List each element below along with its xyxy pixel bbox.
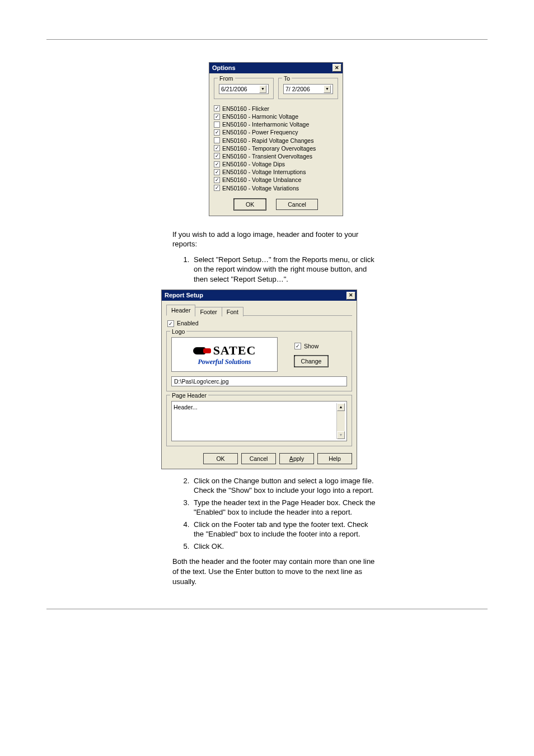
steps-list-1: Select "Report Setup…" from the Reports … [172,255,380,284]
option-row[interactable]: ✓EN50160 - Voltage Interruptions [214,168,338,176]
step-1: Select "Report Setup…" from the Reports … [191,255,380,284]
scroll-up-icon[interactable]: ▲ [337,403,345,411]
content-column: Options ✕ From 6/21/2006 ▼ To 7 [172,62,380,586]
page-header-text: Header... [174,403,336,439]
show-checkbox-row[interactable]: ✓ Show [294,342,328,350]
to-fieldset: To 7/ 2/2006 ▼ [278,78,338,99]
option-label: EN50160 - Flicker [222,105,269,113]
options-check-list: ✓EN50160 - Flicker✓EN50160 - Harmonic Vo… [214,105,338,192]
bottom-rule [46,609,488,626]
checkbox[interactable] [214,122,220,128]
report-setup-dialog: Report Setup ✕ Header Footer Font ✓ Enab… [161,290,357,469]
option-label: EN50160 - Transient Overvoltages [222,152,312,160]
option-row[interactable]: EN50160 - Rapid Voltage Changes [214,137,338,144]
enabled-checkbox-row[interactable]: ✓ Enabled [167,319,351,327]
checkbox[interactable]: ✓ [214,161,220,167]
option-label: EN50160 - Voltage Unbalance [222,176,301,184]
to-date-value: 7/ 2/2006 [285,85,310,93]
from-date-value: 6/21/2006 [221,85,247,93]
option-label: EN50160 - Voltage Dips [222,160,285,168]
options-title: Options [212,64,236,72]
from-fieldset: From 6/21/2006 ▼ [214,78,274,99]
option-label: EN50160 - Voltage Variations [222,184,299,192]
checkbox[interactable]: ✓ [214,153,220,159]
chevron-down-icon[interactable]: ▼ [324,85,331,93]
show-checkbox[interactable]: ✓ [294,343,301,349]
tab-header[interactable]: Header [166,305,195,316]
chevron-down-icon[interactable]: ▼ [259,85,266,93]
tab-footer[interactable]: Footer [195,307,222,316]
to-legend: To [282,74,292,82]
option-row[interactable]: ✓EN50160 - Temporary Overvoltages [214,144,338,152]
show-label: Show [304,342,318,350]
logo-tagline: Powerful Solutions [198,357,251,366]
step-2: Click on the Change button and select a … [191,476,380,496]
option-label: EN50160 - Voltage Interruptions [222,168,306,176]
enabled-label: Enabled [177,319,199,327]
step-4: Click on the Footer tab and type the foo… [191,520,380,539]
logo-group: Logo SATEC Powerful Solutions ✓ [166,331,352,391]
to-date-input[interactable]: 7/ 2/2006 ▼ [283,84,333,94]
option-row[interactable]: ✓EN50160 - Voltage Dips [214,160,338,168]
logo-preview: SATEC Powerful Solutions [171,337,278,372]
option-row[interactable]: ✓EN50160 - Flicker [214,105,338,113]
step-3: Type the header text in the Page Header … [191,498,380,517]
checkbox[interactable] [214,137,220,143]
from-date-input[interactable]: 6/21/2006 ▼ [219,84,269,94]
plug-icon [193,346,211,356]
report-title: Report Setup [165,291,203,300]
logo-legend: Logo [170,328,186,335]
page-header-group: Page Header Header... ▲ ▼ [166,395,352,446]
scrollbar[interactable]: ▲ ▼ [336,403,345,439]
apply-button[interactable]: Apply [279,453,314,464]
tabs: Header Footer Font [166,304,352,316]
option-row[interactable]: ✓EN50160 - Harmonic Voltage [214,113,338,120]
option-row[interactable]: ✓EN50160 - Voltage Variations [214,184,338,192]
outro-paragraph: Both the header and the footer may conta… [172,557,380,586]
enabled-checkbox[interactable]: ✓ [167,320,174,327]
cancel-button[interactable]: Cancel [276,199,318,210]
logo-brand: SATEC [213,342,256,359]
checkbox[interactable]: ✓ [214,177,220,183]
option-label: EN50160 - Rapid Voltage Changes [222,137,313,144]
checkbox[interactable]: ✓ [214,169,220,175]
page-header-legend: Page Header [170,391,208,399]
checkbox[interactable]: ✓ [214,185,220,191]
tab-font[interactable]: Font [222,307,243,316]
options-titlebar: Options ✕ [209,63,343,73]
cancel-button[interactable]: Cancel [241,453,276,464]
ok-button[interactable]: OK [234,199,266,210]
option-label: EN50160 - Power Frequency [222,128,298,136]
option-row[interactable]: ✓EN50160 - Voltage Unbalance [214,176,338,184]
intro-paragraph: If you wish to add a logo image, header … [172,230,380,249]
close-icon[interactable]: ✕ [332,64,341,72]
logo-path-value: D:\Pas\Logo\cerc.jpg [174,377,228,385]
checkbox[interactable]: ✓ [214,145,220,151]
options-dialog: Options ✕ From 6/21/2006 ▼ To 7 [209,62,343,216]
scroll-down-icon[interactable]: ▼ [337,431,345,439]
ok-button[interactable]: OK [203,453,238,464]
checkbox[interactable]: ✓ [214,105,220,111]
steps-list-2: Click on the Change button and select a … [172,476,380,552]
option-row[interactable]: EN50160 - Interharmonic Voltage [214,120,338,128]
option-label: EN50160 - Temporary Overvoltages [222,144,316,152]
checkbox[interactable]: ✓ [214,129,220,136]
logo-path-input[interactable]: D:\Pas\Logo\cerc.jpg [171,376,347,386]
checkbox[interactable]: ✓ [214,114,220,120]
page-header-textarea[interactable]: Header... ▲ ▼ [171,401,347,441]
report-titlebar: Report Setup ✕ [162,290,357,301]
option-label: EN50160 - Interharmonic Voltage [222,120,309,128]
from-legend: From [218,74,235,82]
option-label: EN50160 - Harmonic Voltage [222,113,298,120]
change-button[interactable]: Change [294,356,328,367]
top-rule [46,39,488,40]
option-row[interactable]: ✓EN50160 - Power Frequency [214,128,338,136]
document-page: Options ✕ From 6/21/2006 ▼ To 7 [0,0,534,659]
help-button[interactable]: Help [317,453,352,464]
step-5: Click OK. [191,542,380,552]
options-body: From 6/21/2006 ▼ To 7/ 2/2006 ▼ [209,73,343,216]
option-row[interactable]: ✓EN50160 - Transient Overvoltages [214,152,338,160]
close-icon[interactable]: ✕ [346,292,355,300]
